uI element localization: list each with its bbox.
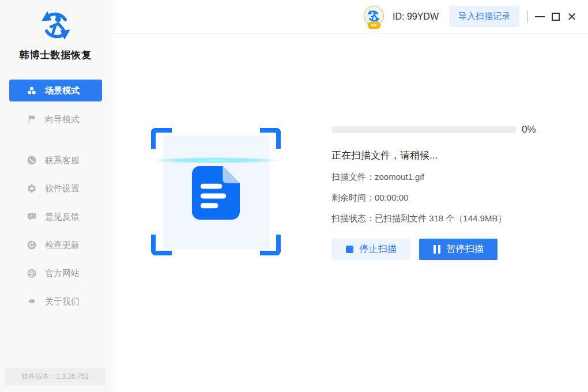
- customer-service-icon: [27, 155, 37, 165]
- scan-state-label: 扫描状态：: [331, 213, 375, 223]
- vip-badge: VIP: [368, 22, 381, 29]
- viewfinder-corner-icon: [151, 128, 172, 149]
- scan-file-value: zoomout1.gif: [375, 172, 424, 182]
- maximize-icon: [552, 13, 560, 21]
- pause-icon: [434, 245, 440, 254]
- about-us-icon: [27, 296, 37, 307]
- feedback-icon: [27, 212, 37, 222]
- sidebar-item-wizard-mode[interactable]: 向导模式: [9, 108, 102, 130]
- sidebar-item-official-website[interactable]: 官方网站: [9, 262, 102, 284]
- app-title: 韩博士数据恢复: [0, 48, 111, 62]
- stop-scan-button[interactable]: 停止扫描: [331, 239, 410, 260]
- sidebar-item-label: 联系客服: [45, 155, 80, 166]
- app-window: 韩博士数据恢复 场景模式 向导模式 联系客服 软件设置: [0, 0, 588, 392]
- sidebar-item-label: 关于我们: [45, 296, 80, 307]
- pause-scan-button[interactable]: 暂停扫描: [419, 239, 497, 260]
- scan-state-value: 已扫描到文件 318 个（144.9MB）: [375, 213, 506, 223]
- remaining-time-row: 剩余时间：00:00:00: [331, 193, 585, 203]
- sidebar-item-label: 软件设置: [45, 183, 80, 194]
- sidebar-item-check-update[interactable]: 检查更新: [9, 234, 102, 256]
- scan-buttons: 停止扫描 暂停扫描: [331, 239, 585, 260]
- main-content: 0% 正在扫描文件，请稍候... 扫描文件：zoomout1.gif 剩余时间：…: [112, 34, 588, 392]
- scan-line: [146, 157, 285, 164]
- stop-scan-label: 停止扫描: [360, 243, 397, 255]
- sidebar: 韩博士数据恢复 场景模式 向导模式 联系客服 软件设置: [0, 0, 111, 392]
- document-icon: [192, 166, 240, 220]
- remaining-time-label: 剩余时间：: [331, 193, 375, 202]
- sidebar-item-customer-service[interactable]: 联系客服: [9, 149, 102, 171]
- header: VIP ID: 99YDW 导入扫描记录 ✕: [111, 0, 588, 33]
- progress-row: 0%: [331, 124, 585, 135]
- viewfinder-corner-icon: [260, 235, 281, 255]
- app-version: 软件版本：1.3.26.751: [5, 368, 105, 385]
- check-update-icon: [27, 240, 37, 250]
- scan-status-message: 正在扫描文件，请稍候...: [331, 149, 585, 162]
- wizard-mode-icon: [27, 114, 37, 125]
- scan-file-row: 扫描文件：zoomout1.gif: [331, 172, 585, 183]
- settings-icon: [27, 183, 37, 194]
- sidebar-item-feedback[interactable]: 意见反馈: [9, 206, 102, 228]
- progress-percent: 0%: [522, 124, 536, 135]
- official-website-icon: [27, 268, 37, 278]
- remaining-time-value: 00:00:00: [375, 193, 408, 202]
- scan-info-panel: 0% 正在扫描文件，请稍候... 扫描文件：zoomout1.gif 剩余时间：…: [331, 124, 585, 260]
- minimize-icon: [535, 16, 545, 17]
- progress-bar: [331, 126, 517, 133]
- minimize-button[interactable]: [532, 9, 548, 25]
- viewfinder-corner-icon: [260, 128, 281, 149]
- scene-mode-icon: [27, 85, 37, 96]
- header-divider: [527, 10, 528, 23]
- import-scan-records-button[interactable]: 导入扫描记录: [449, 6, 519, 27]
- sidebar-item-label: 官方网站: [45, 268, 80, 279]
- sidebar-item-about-us[interactable]: 关于我们: [9, 291, 102, 312]
- scan-file-label: 扫描文件：: [331, 172, 375, 182]
- maximize-button[interactable]: [548, 9, 564, 25]
- pause-scan-label: 暂停扫描: [447, 243, 484, 255]
- scan-animation: [151, 128, 281, 255]
- sidebar-item-settings[interactable]: 软件设置: [9, 178, 102, 199]
- user-avatar[interactable]: VIP: [364, 6, 385, 27]
- sidebar-item-label: 检查更新: [45, 240, 80, 251]
- close-icon: ✕: [567, 11, 577, 22]
- sidebar-item-label: 意见反馈: [45, 212, 80, 223]
- sidebar-item-label: 场景模式: [45, 85, 80, 96]
- viewfinder-corner-icon: [151, 235, 172, 255]
- app-logo-icon: [0, 7, 111, 46]
- sidebar-item-label: 向导模式: [45, 114, 80, 125]
- sidebar-item-scene-mode[interactable]: 场景模式: [9, 80, 102, 101]
- user-id: ID: 99YDW: [393, 12, 439, 22]
- scan-state-row: 扫描状态：已扫描到文件 318 个（144.9MB）: [331, 213, 585, 224]
- stop-icon: [346, 246, 353, 253]
- close-button[interactable]: ✕: [564, 9, 580, 25]
